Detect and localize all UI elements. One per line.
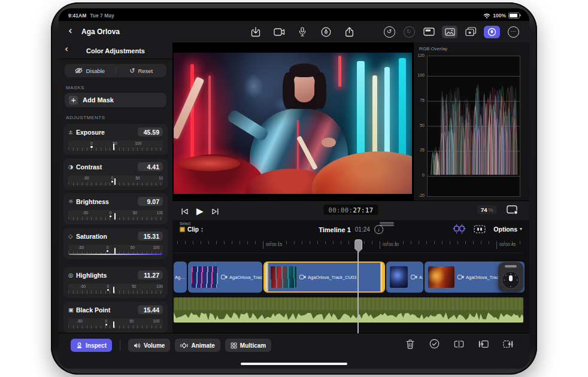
add-mask-label: Add Mask: [83, 96, 114, 104]
battery-icon: [508, 13, 520, 19]
add-mask-button[interactable]: + Add Mask: [65, 93, 166, 107]
approve-check-icon[interactable]: [429, 339, 440, 349]
volume-button[interactable]: Volume: [128, 339, 170, 352]
timeline-duration: 01:24: [355, 226, 370, 233]
jog-wheel-overlay[interactable]: [498, 262, 523, 292]
inspect-icon: [76, 342, 83, 349]
home-indicator[interactable]: [241, 363, 347, 366]
brightness-value[interactable]: 9.07: [138, 197, 163, 206]
connected-clips-icon[interactable]: [453, 224, 466, 234]
app-screen: 9:41AM Tue 7 May 100% ‹ Aga Orlova: [59, 8, 529, 369]
adjustment-black-point: ▣ Black Point 15.44 -50050100: [63, 302, 168, 333]
multicam-icon: [231, 342, 237, 349]
scope-axis-tick: 100: [414, 73, 425, 77]
contrast-icon: ◑: [68, 163, 76, 170]
skip-forward-icon[interactable]: [211, 207, 219, 215]
clip-thumbnail: [192, 266, 218, 288]
adjustments-section-label: ADJUSTMENTS: [66, 115, 165, 120]
insert-right-icon[interactable]: [503, 339, 513, 349]
jog-dial[interactable]: [502, 271, 520, 289]
exposure-icon: ±: [68, 129, 76, 135]
timeline-clip-selected[interactable]: AgaOrlova_Track_CU03: [263, 262, 385, 293]
redo-icon[interactable]: ↻: [402, 26, 416, 38]
project-title: Aga Orlova: [81, 28, 120, 36]
black-point-slider[interactable]: -50050100: [68, 318, 163, 329]
timecode-display[interactable]: 00:00:27:17: [323, 205, 378, 215]
battery-percent: 100%: [493, 13, 506, 19]
microphone-icon[interactable]: [296, 26, 309, 38]
audio-track[interactable]: [174, 297, 523, 323]
brightness-label: Brightness: [76, 198, 138, 205]
info-icon[interactable]: i: [374, 225, 383, 234]
import-icon[interactable]: [249, 26, 262, 38]
timeline-clip[interactable]: Ag…: [174, 262, 187, 293]
disable-button[interactable]: Disable: [65, 64, 116, 77]
panel-header: ‹ Color Adjustments: [59, 42, 172, 59]
exposure-value[interactable]: 45.59: [138, 127, 163, 136]
delete-icon[interactable]: [405, 339, 415, 349]
split-clip-icon[interactable]: [454, 339, 464, 349]
brightness-slider[interactable]: -50050100: [68, 210, 163, 220]
saturation-label: Saturation: [76, 233, 138, 240]
exposure-slider[interactable]: 050100: [68, 141, 163, 151]
panel-title: Color Adjustments: [86, 47, 145, 54]
status-date: Tue 7 May: [90, 13, 114, 19]
animate-label: Animate: [191, 342, 214, 349]
chevron-up-down-icon: ▴▾: [201, 227, 203, 232]
bottom-toolbar: Inspect Volume Animate Multicam: [59, 333, 529, 369]
contrast-slider[interactable]: -50050100: [68, 175, 163, 186]
black-point-value[interactable]: 15.44: [138, 305, 163, 314]
reset-icon: ↺: [129, 67, 135, 75]
disable-reset-segment: Disable ↺ Reset: [65, 64, 166, 77]
contrast-label: Contrast: [76, 163, 138, 171]
reset-button[interactable]: ↺ Reset: [116, 64, 167, 77]
panel-back-chevron-icon[interactable]: ‹: [65, 44, 68, 54]
undo-icon[interactable]: ↺: [383, 26, 396, 38]
animate-button[interactable]: Animate: [175, 339, 220, 352]
saturation-slider[interactable]: -50050100: [68, 245, 163, 255]
insert-left-icon[interactable]: [478, 339, 489, 349]
timeline-title: Timeline 1: [319, 226, 351, 233]
viewer-zoom-level[interactable]: 74%: [477, 205, 497, 214]
top-toolbar: ‹ Aga Orlova ↺ ↻ ★ ⋯: [59, 21, 529, 42]
masks-section-label: MASKS: [66, 85, 165, 90]
play-button[interactable]: ▶: [196, 206, 204, 217]
adjustment-highlights: ◎ Highlights 11.27 -50050100: [63, 267, 168, 298]
clip-mode-icon: [180, 227, 185, 232]
volume-icon: [134, 342, 141, 349]
scope-axis-tick: -20: [414, 193, 425, 197]
skip-back-icon[interactable]: [181, 207, 189, 215]
record-video-icon[interactable]: [272, 26, 286, 38]
timeline-clip[interactable]: AgaOrlova_Track_Wid…: [188, 262, 262, 293]
draw-marker-icon[interactable]: [319, 26, 332, 38]
saturation-icon: ◇: [68, 233, 76, 239]
highlights-value[interactable]: 11.27: [138, 270, 163, 279]
options-dropdown[interactable]: Options ▾: [493, 226, 522, 233]
inspect-button[interactable]: Inspect: [71, 339, 112, 352]
jog-wheel-toggle-button[interactable]: [484, 26, 500, 38]
volume-label: Volume: [144, 342, 165, 349]
titles-effects-browser-icon[interactable]: ★: [464, 26, 477, 38]
wifi-icon: [483, 13, 490, 19]
saturation-value[interactable]: 15.31: [138, 232, 163, 241]
contrast-value[interactable]: 4.41: [138, 162, 163, 171]
jog-drag-handle[interactable]: [505, 265, 517, 267]
back-chevron-icon[interactable]: ‹: [68, 25, 72, 37]
viewer-display-options-icon[interactable]: [507, 205, 519, 215]
multicam-button[interactable]: Multicam: [225, 339, 271, 352]
timeline-ruler[interactable]: 00:00:1500:00:3000:00:45: [174, 238, 523, 253]
options-label: Options: [493, 226, 517, 233]
share-icon[interactable]: [343, 26, 356, 38]
snapping-toggle-icon[interactable]: [474, 224, 486, 234]
select-mode-dropdown[interactable]: Select Clip ▴▾: [180, 221, 203, 233]
more-options-icon[interactable]: ⋯: [507, 26, 520, 38]
filmstrip-icon[interactable]: [422, 26, 435, 38]
playhead[interactable]: [357, 239, 359, 333]
adjustment-brightness: ☼ Brightness 9.07 -50050100: [63, 193, 168, 224]
media-browser-icon[interactable]: [442, 26, 457, 38]
toolbar-divider: [120, 340, 120, 351]
chevron-down-icon: ▾: [520, 226, 522, 232]
color-adjustments-panel: ‹ Color Adjustments Disable ↺ Reset MASK…: [59, 42, 173, 333]
highlights-slider[interactable]: -50050100: [68, 284, 163, 294]
timeline-clip[interactable]: A…: [386, 262, 423, 293]
